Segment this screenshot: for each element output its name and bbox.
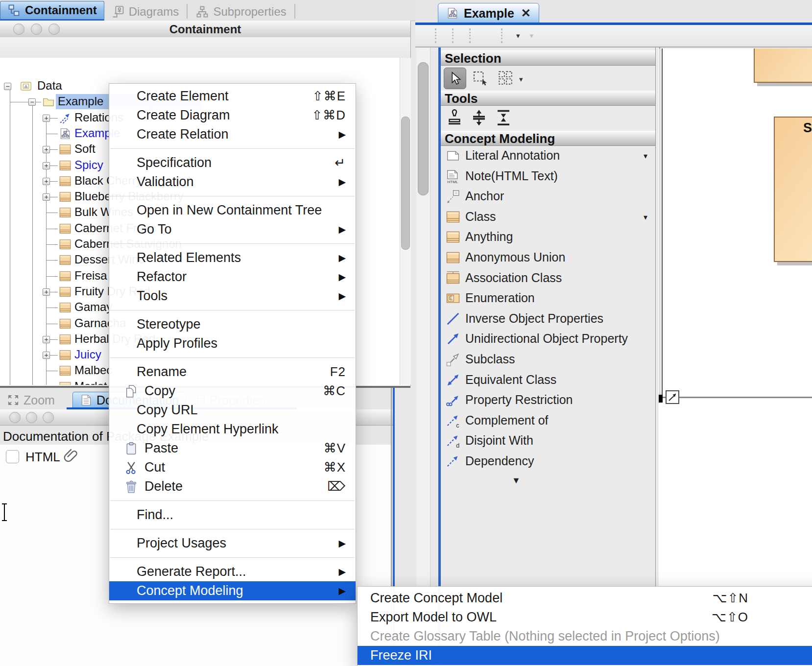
menu-item-tools[interactable]: Tools▶: [109, 286, 356, 306]
tree-collapse-toggle[interactable]: −: [28, 98, 36, 106]
menu-item-find-[interactable]: Find...: [109, 505, 356, 524]
tree-item-gamay[interactable]: Gamay: [74, 300, 112, 314]
tree-expand-toggle[interactable]: +: [43, 336, 50, 343]
tab-containment[interactable]: Containment: [0, 1, 104, 21]
menu-item-delete[interactable]: Delete⌦: [109, 477, 356, 496]
menu-item-specification[interactable]: Specification↵: [109, 153, 356, 172]
submenu-item-create-concept-model[interactable]: Create Concept Model⌥⇧N: [358, 589, 812, 608]
window-zoom-dot[interactable]: [43, 412, 54, 423]
tree-item-data[interactable]: Data: [37, 79, 62, 93]
palette-scrollbar[interactable]: [416, 48, 430, 666]
menu-item-paste[interactable]: Paste⌘V: [109, 439, 356, 458]
palette-item-literal-annotation[interactable]: Literal Annotation▾: [441, 145, 655, 166]
menu-item-rename[interactable]: RenameF2: [109, 362, 356, 381]
tree-expand-toggle[interactable]: +: [43, 193, 50, 201]
tab-label: Containment: [25, 3, 97, 17]
menu-item-cut[interactable]: Cut⌘X: [109, 458, 356, 477]
scrollbar-thumb[interactable]: [418, 62, 429, 195]
containment-scrollbar[interactable]: [400, 58, 411, 385]
diagram-tab-example[interactable]: Example ✕: [438, 3, 539, 24]
tree-item-juicy[interactable]: Juicy: [74, 348, 101, 361]
palette-item-anonymous-union[interactable]: Anonymous Union: [441, 247, 655, 268]
palette-tool-cursor-tool-icon[interactable]: [444, 68, 466, 89]
palette-section-selection[interactable]: Selection: [441, 50, 655, 66]
menu-item-copy-url[interactable]: Copy URL: [109, 401, 356, 420]
menu-item-go-to[interactable]: Go To▶: [109, 220, 356, 239]
submenu-item-create-glossary-table-nothing-selected-in-project-options-[interactable]: Create Glossary Table (Nothing selected …: [358, 627, 812, 646]
tree-expand-toggle[interactable]: +: [43, 178, 50, 185]
close-icon[interactable]: ✕: [521, 6, 531, 20]
palette-item-note-html-text-[interactable]: HTMLNote(HTML Text): [441, 166, 655, 187]
tree-item-spicy[interactable]: Spicy: [74, 158, 103, 172]
palette-item-anchor[interactable]: Anchor: [441, 186, 655, 207]
menu-item-copy[interactable]: Copy⌘C: [109, 381, 356, 401]
palette-item-label: Subclass: [465, 352, 515, 366]
palette-item-dependency[interactable]: Dependency: [441, 451, 655, 472]
palette-section-tools[interactable]: Tools: [441, 91, 655, 106]
menu-item-apply-profiles[interactable]: Apply Profiles: [109, 334, 356, 353]
palette-tool-vertical-distribute-icon[interactable]: [468, 107, 491, 129]
palette-item-class[interactable]: Class▾: [441, 207, 655, 227]
tree-item-soft[interactable]: Soft: [74, 142, 96, 156]
menu-item-concept-modeling[interactable]: Concept Modeling▶: [109, 581, 356, 600]
menu-item-copy-element-hyperlink[interactable]: Copy Element Hyperlink: [109, 420, 356, 439]
menu-item-refactor[interactable]: Refactor▶: [109, 267, 356, 286]
palette-item-property-restriction[interactable]: Property Restriction: [441, 390, 655, 410]
menu-item-stereotype[interactable]: Stereotype: [109, 315, 356, 334]
palette-more-button[interactable]: ▼: [512, 476, 521, 486]
palette-item-inverse-object-properties[interactable]: Inverse Object Properties: [441, 309, 655, 329]
palette-item-subclass[interactable]: Subclass: [441, 349, 655, 370]
palette-tool-multi-select-tool-icon[interactable]: [495, 68, 517, 89]
menu-item-project-usages[interactable]: Project Usages▶: [109, 534, 356, 553]
palette-item-label: Note(HTML Text): [465, 169, 558, 183]
palette-tool-vertical-compress-icon[interactable]: [493, 107, 515, 129]
dropdown-caret[interactable]: ▾: [519, 75, 523, 84]
tree-item-merlot[interactable]: Merlot: [74, 380, 107, 385]
menu-item-related-elements[interactable]: Related Elements▶: [109, 248, 356, 267]
scrollbar-thumb[interactable]: [401, 117, 410, 250]
smart-link-icon[interactable]: [666, 390, 679, 404]
palette-item-complement-of[interactable]: cComplement of: [441, 410, 655, 431]
chevron-down-icon[interactable]: ▾: [644, 151, 647, 161]
tree-expand-toggle[interactable]: +: [43, 352, 50, 359]
menu-item-create-relation[interactable]: Create Relation▶: [109, 125, 356, 144]
submenu-item-freeze-iri[interactable]: Freeze IRI: [358, 646, 812, 665]
palette-item-association-class[interactable]: Association Class: [441, 268, 655, 288]
tree-expand-toggle[interactable]: +: [43, 162, 50, 169]
class-shape[interactable]: [754, 48, 812, 83]
palette-item-label: Property Restriction: [465, 393, 573, 407]
menu-item-open-in-new-containment-tree[interactable]: Open in New Containment Tree: [109, 201, 356, 220]
chevron-down-icon[interactable]: ▾: [644, 213, 647, 222]
window-minimize-dot[interactable]: [26, 412, 37, 423]
palette-item-enumeration[interactable]: EEnumeration: [441, 288, 655, 309]
html-checkbox[interactable]: [6, 450, 19, 463]
diagram-canvas[interactable]: S: [659, 48, 812, 666]
tree-collapse-toggle[interactable]: −: [4, 83, 11, 90]
tree-expand-toggle[interactable]: +: [43, 146, 50, 153]
menu-item-validation[interactable]: Validation▶: [109, 172, 356, 191]
tree-expand-toggle[interactable]: +: [43, 288, 50, 296]
attachment-paperclip-icon[interactable]: [63, 448, 79, 464]
palette-item-unidirectional-object-property[interactable]: Unidirectional Object Property: [441, 329, 655, 349]
menu-item-create-diagram[interactable]: Create Diagram⇧⌘D: [109, 106, 356, 125]
palette-item-equivalent-class[interactable]: Equivalent Class: [441, 370, 655, 390]
class-shape[interactable]: S: [774, 117, 812, 262]
menu-item-label: Find...: [137, 507, 173, 523]
palette-item-anything[interactable]: Anything: [441, 227, 655, 247]
tab-zoom[interactable]: Zoom: [0, 392, 62, 408]
menu-item-generate-report-[interactable]: Generate Report...▶: [109, 562, 356, 581]
selection-handle[interactable]: [659, 395, 663, 403]
tab-subproperties[interactable]: Subproperties: [189, 3, 293, 21]
menu-item-create-element[interactable]: Create Element⇧⌘E: [109, 87, 356, 106]
window-close-dot[interactable]: [9, 412, 21, 423]
palette-tool-marquee-tool-icon[interactable]: [469, 68, 492, 89]
palette-tool-stamp-tool-icon[interactable]: [444, 107, 466, 129]
tree-expand-toggle[interactable]: +: [43, 115, 50, 122]
tab-diagrams[interactable]: Diagrams: [104, 3, 186, 21]
palette-section-concept-modeling[interactable]: Concept Modeling: [441, 131, 655, 146]
tree-item-malbec[interactable]: Malbec: [74, 363, 112, 377]
submenu-item-export-model-to-owl[interactable]: Export Model to OWL⌥⇧O: [358, 608, 812, 627]
tree-item-freisa[interactable]: Freisa: [74, 269, 107, 283]
dropdown-caret[interactable]: ▾: [516, 31, 520, 40]
palette-item-disjoint-with[interactable]: dDisjoint With: [441, 430, 655, 451]
